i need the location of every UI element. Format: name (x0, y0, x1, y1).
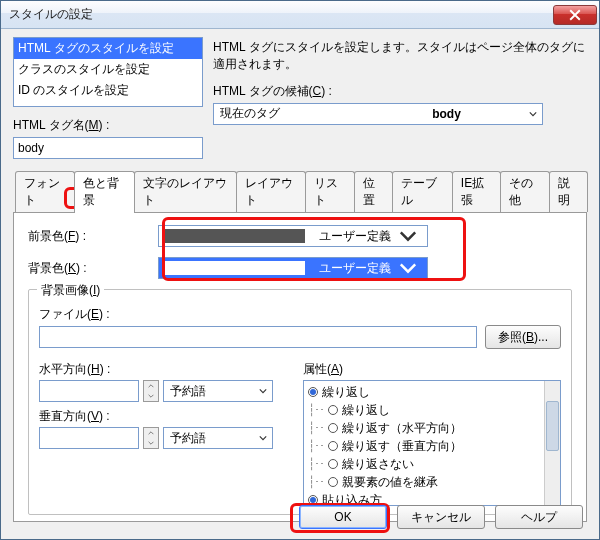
vdir-spinner[interactable] (143, 427, 159, 449)
chevron-down-icon (254, 428, 272, 448)
tag-name-input[interactable] (13, 137, 203, 159)
radio-icon (308, 495, 318, 505)
tab-text-layout[interactable]: 文字のレイアウト (134, 171, 237, 212)
tab-layout[interactable]: レイアウト (236, 171, 307, 212)
spinner-down-icon[interactable] (144, 438, 158, 448)
content-area: HTML タグのスタイルを設定 クラスのスタイルを設定 ID のスタイルを設定 … (1, 29, 599, 522)
hdir-spinner[interactable] (143, 380, 159, 402)
dialog-window: スタイルの設定 HTML タグのスタイルを設定 クラスのスタイルを設定 ID の… (0, 0, 600, 540)
tab-font[interactable]: フォント (15, 171, 75, 212)
vdir-input[interactable] (39, 427, 139, 449)
combo-prefix: 現在のタグ (214, 105, 369, 122)
file-input[interactable] (39, 326, 477, 348)
tag-name-label: HTML タグ名(M) : (13, 117, 203, 134)
vdir-label: 垂直方向(V) : (39, 408, 289, 425)
foreground-color-combo[interactable]: ユーザー定義 (158, 225, 428, 247)
vdir-unit-text: 予約語 (164, 430, 254, 447)
chevron-down-icon (524, 104, 542, 124)
chevron-down-icon (254, 381, 272, 401)
ok-button[interactable]: OK (299, 505, 387, 529)
close-button[interactable] (553, 5, 597, 25)
list-item[interactable]: クラスのスタイルを設定 (14, 59, 202, 80)
radio-icon[interactable] (328, 477, 338, 487)
spinner-up-icon[interactable] (144, 428, 158, 438)
spinner-down-icon[interactable] (144, 391, 158, 401)
tab-position[interactable]: 位置 (354, 171, 393, 212)
titlebar: スタイルの設定 (1, 1, 599, 29)
tag-candidate-combo[interactable]: 現在のタグ body (213, 103, 543, 125)
chevron-down-icon (399, 227, 417, 245)
window-title: スタイルの設定 (9, 6, 553, 23)
radio-icon[interactable] (328, 459, 338, 469)
tab-container: フォント 色と背景 文字のレイアウト レイアウト リスト 位置 テーブル IE拡… (13, 171, 587, 522)
foreground-color-text: ユーザー定義 (311, 228, 399, 245)
tab-list[interactable]: リスト (305, 171, 355, 212)
tree-item[interactable]: 親要素の値を継承 (342, 474, 438, 491)
tree-item[interactable]: 繰り返す（水平方向） (342, 420, 462, 437)
list-item[interactable]: ID のスタイルを設定 (14, 80, 202, 101)
background-color-text: ユーザー定義 (311, 260, 399, 277)
tree-item[interactable]: 繰り返し (342, 402, 390, 419)
background-swatch (165, 261, 305, 275)
tab-panel-color-bg: 前景色(F) : ユーザー定義 背景色(K) : ユーザー定義 (13, 212, 587, 522)
radio-icon (308, 387, 318, 397)
tab-desc[interactable]: 説明 (549, 171, 588, 212)
style-type-list[interactable]: HTML タグのスタイルを設定 クラスのスタイルを設定 ID のスタイルを設定 (13, 37, 203, 107)
foreground-swatch (165, 229, 305, 243)
chevron-down-icon (399, 259, 417, 277)
vdir-unit-combo[interactable]: 予約語 (163, 427, 273, 449)
attr-tree[interactable]: 繰り返し ┆･･繰り返し ┆･･繰り返す（水平方向） ┆･･繰り返す（垂直方向）… (303, 380, 561, 506)
spinner-up-icon[interactable] (144, 381, 158, 391)
hdir-unit-text: 予約語 (164, 383, 254, 400)
scrollbar-thumb[interactable] (546, 401, 559, 451)
tree-item[interactable]: 繰り返す（垂直方向） (342, 438, 462, 455)
tag-candidates-label: HTML タグの候補(C) : (213, 83, 587, 100)
attr-label: 属性(A) (303, 361, 561, 378)
foreground-label: 前景色(F) : (28, 228, 158, 245)
tree-group: 貼り込み方 (322, 492, 382, 507)
hdir-unit-combo[interactable]: 予約語 (163, 380, 273, 402)
list-item[interactable]: HTML タグのスタイルを設定 (14, 38, 202, 59)
radio-icon[interactable] (328, 441, 338, 451)
tab-ie-ext[interactable]: IE拡張 (452, 171, 501, 212)
scrollbar[interactable] (544, 381, 560, 505)
browse-button[interactable]: 参照(B)... (485, 325, 561, 349)
tab-color-bg[interactable]: 色と背景 (74, 171, 134, 212)
radio-icon[interactable] (328, 423, 338, 433)
background-label: 背景色(K) : (28, 260, 158, 277)
bg-image-group: 背景画像(I) ファイル(E) : 参照(B)... 水平方向(H) : (28, 289, 572, 515)
help-button[interactable]: ヘルプ (495, 505, 583, 529)
tree-group: 繰り返し (322, 384, 370, 401)
tabstrip: フォント 色と背景 文字のレイアウト レイアウト リスト 位置 テーブル IE拡… (15, 171, 587, 212)
description-text: HTML タグにスタイルを設定します。スタイルはページ全体のタグに適用されます。 (213, 37, 587, 73)
cancel-button[interactable]: キャンセル (397, 505, 485, 529)
button-bar: OK キャンセル ヘルプ (299, 505, 583, 529)
hdir-input[interactable] (39, 380, 139, 402)
file-label: ファイル(E) : (39, 306, 561, 323)
hdir-label: 水平方向(H) : (39, 361, 289, 378)
background-color-combo[interactable]: ユーザー定義 (158, 257, 428, 279)
tab-other[interactable]: その他 (500, 171, 550, 212)
radio-icon[interactable] (328, 405, 338, 415)
bg-image-legend: 背景画像(I) (37, 282, 104, 299)
close-icon (569, 9, 581, 21)
combo-value: body (369, 107, 524, 121)
tab-table[interactable]: テーブル (392, 171, 452, 212)
tree-item[interactable]: 繰り返さない (342, 456, 414, 473)
